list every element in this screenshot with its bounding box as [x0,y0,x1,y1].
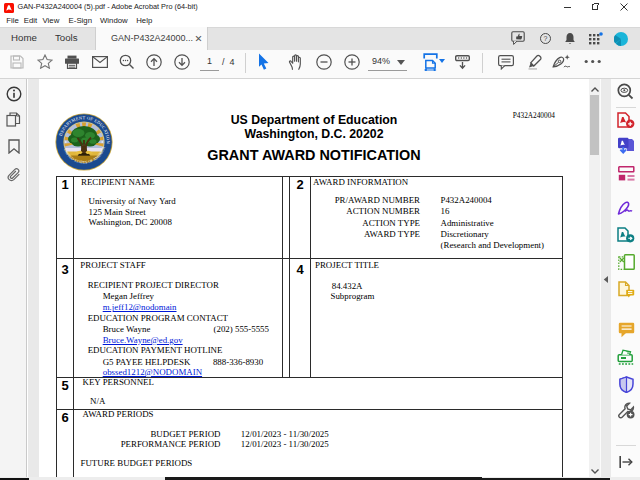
svg-text:?: ? [544,35,548,42]
